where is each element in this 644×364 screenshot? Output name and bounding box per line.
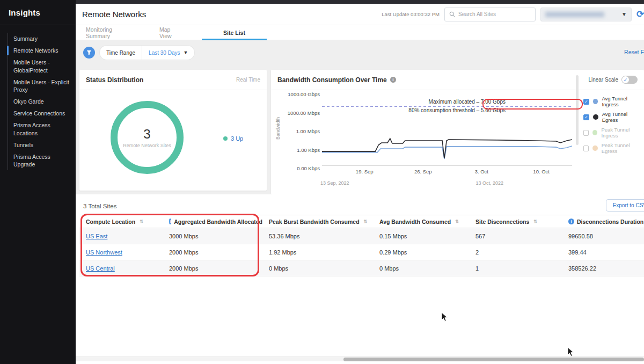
cell-peak_burst: 0 Mbps	[262, 265, 373, 272]
max-allocated-annotation: Maximum allocated – 7.00 Gbps	[429, 99, 506, 105]
legend-checkbox[interactable]	[583, 145, 589, 151]
site-search[interactable]	[444, 8, 536, 21]
y-axis-tick: 1.00 Mbps	[277, 128, 320, 134]
donut-value: 3	[143, 127, 150, 142]
sidebar-item-tunnels[interactable]: Tunnels	[8, 139, 76, 151]
x-axis-tick: 10. Oct	[533, 169, 550, 174]
info-icon[interactable]: i	[169, 219, 171, 224]
sidebar-item-service-connections[interactable]: Service Connections	[8, 107, 76, 119]
y-axis-tick: 1000.00 Mbps	[277, 110, 320, 116]
status-legend-label: 3 Up	[231, 135, 243, 142]
x-axis-tick: 3. Oct	[475, 169, 488, 174]
table-row: US Northwest2000 Mbps1.92 Mbps0.29 Mbps2…	[79, 244, 644, 260]
sidebar-item-summary[interactable]: Summary	[8, 33, 76, 45]
horizontal-scrollbar	[76, 356, 644, 361]
legend-item-peak-tunnel-ingress[interactable]: Peak Tunnel Ingress	[583, 127, 644, 139]
legend-checkbox[interactable]: ✓	[583, 99, 589, 105]
chevron-down-icon: ▼	[621, 11, 627, 17]
filter-button[interactable]	[83, 47, 95, 59]
sidebar-item-mobile-users-globalprotect[interactable]: Mobile Users - GlobalProtect	[8, 56, 76, 76]
table-row: US East3000 Mbps53.36 Mbps0.15 Mbps56799…	[79, 228, 644, 244]
legend-checkbox[interactable]: ✓	[583, 114, 589, 120]
export-csv-button[interactable]: Export to CSV	[606, 199, 644, 212]
y-axis-tick: 1.00 Kbps	[277, 147, 320, 153]
sites-table: Compute Location⇅iAggregated Bandwidth A…	[79, 215, 644, 276]
cell-aggregated_bandwidth: 2000 Mbps	[163, 265, 262, 272]
site-link[interactable]: US Northwest	[86, 249, 122, 256]
reset-filters-button[interactable]: Reset Filters	[624, 49, 644, 55]
search-icon	[449, 11, 455, 17]
legend-color-dot	[592, 130, 597, 135]
refresh-icon[interactable]: ⟳	[636, 9, 644, 20]
status-up-dot	[223, 136, 228, 141]
bandwidth-chart: Bandwidth 1000.00 Gbps1000.00 Mbps1.00 M…	[271, 90, 577, 194]
filter-bar: Time Range Last 30 Days ▼ Reset Filters	[76, 40, 644, 65]
legend-item-avg-tunnel-egress[interactable]: ✓Avg Tunnel Egress	[583, 111, 644, 123]
tab-monitoring-summary[interactable]: Monitoring Summary	[86, 25, 132, 40]
bandwidth-card: Bandwidth Consumption Over Time i Linear…	[271, 70, 644, 194]
column-header-compute-location: Compute Location⇅	[79, 219, 163, 225]
cell-disconnections: 1	[469, 265, 562, 272]
series-avg-tunnel-egress	[322, 139, 572, 158]
tab-site-list[interactable]: Site List	[202, 25, 267, 40]
account-dropdown[interactable]: ▼	[540, 8, 632, 21]
table-row: US Central2000 Mbps0 Mbps0 Mbps1358526.2…	[79, 260, 644, 276]
legend-label: Peak Tunnel Ingress	[601, 127, 644, 139]
toggle-check-icon: ✓	[622, 76, 629, 83]
horizontal-scrollbar-thumb[interactable]	[343, 358, 644, 361]
cell-duration: 99650.58	[562, 233, 644, 239]
tab-bar: Monitoring Summary Map View Site List	[76, 25, 644, 40]
cell-avg_bandwidth: 0.29 Mbps	[373, 249, 469, 256]
legend-color-dot	[592, 145, 597, 151]
page-title: Remote Networks	[82, 10, 146, 19]
y-axis-tick: 1000.00 Gbps	[277, 91, 320, 97]
sort-icon[interactable]: ⇅	[533, 219, 537, 224]
legend-label: Avg Tunnel Egress	[602, 111, 644, 123]
legend-color-dot	[593, 99, 598, 104]
site-link[interactable]: US Central	[86, 265, 115, 272]
time-range-value[interactable]: Last 30 Days	[142, 50, 183, 56]
sidebar-item-mobile-users-explicit-proxy[interactable]: Mobile Users - Explicit Proxy	[8, 76, 76, 96]
y-axis-tick: 0.00 Kbps	[277, 165, 320, 171]
chevron-down-icon[interactable]: ▼	[183, 50, 194, 55]
legend-scrollbar[interactable]	[576, 75, 579, 145]
sidebar-item-prisma-access-upgrade[interactable]: Prisma Access Upgrade	[8, 151, 76, 170]
search-input[interactable]	[458, 11, 531, 17]
chart-legend: ✓Avg Tunnel Ingress✓Avg Tunnel EgressPea…	[583, 96, 644, 154]
cell-compute_location: US Central	[79, 265, 163, 272]
cell-duration: 399.44	[562, 249, 644, 256]
cell-duration: 358526.22	[562, 265, 644, 272]
cell-disconnections: 2	[469, 249, 562, 256]
cell-peak_burst: 53.36 Mbps	[262, 233, 373, 239]
bandwidth-card-title: Bandwidth Consumption Over Time	[277, 76, 387, 84]
site-link[interactable]: US East	[86, 233, 107, 239]
cell-avg_bandwidth: 0 Mbps	[373, 265, 469, 272]
tab-map-view[interactable]: Map View	[159, 25, 183, 40]
sidebar-item-okyo-garde[interactable]: Okyo Garde	[8, 96, 76, 107]
series-avg-tunnel-ingress	[322, 146, 572, 159]
table-header-row: Compute Location⇅iAggregated Bandwidth A…	[79, 215, 644, 228]
linear-scale-toggle[interactable]: ✓	[621, 76, 638, 84]
status-legend-item[interactable]: 3 Up	[223, 135, 243, 142]
total-sites-label: 3 Total Sites	[83, 203, 116, 209]
legend-item-peak-tunnel-egress[interactable]: Peak Tunnel Egress	[583, 142, 644, 154]
time-range-filter: Time Range Last 30 Days ▼	[100, 46, 194, 60]
legend-color-dot	[593, 114, 598, 120]
info-icon[interactable]: i	[390, 77, 396, 83]
cell-compute_location: US East	[79, 233, 163, 239]
sidebar-item-prisma-access-locations[interactable]: Prisma Access Locations	[8, 119, 76, 139]
info-icon[interactable]: i	[568, 219, 574, 224]
range-start-label: 13 Sep, 2022	[320, 180, 349, 186]
filter-funnel-icon	[86, 50, 92, 55]
legend-label: Peak Tunnel Egress	[602, 142, 644, 154]
main-content: Remote Networks Last Update 03:00:32 PM …	[76, 0, 644, 364]
sidebar-title: Insights	[0, 0, 76, 25]
sort-icon[interactable]: ⇅	[364, 219, 367, 224]
sort-icon[interactable]: ⇅	[140, 219, 143, 224]
last-update-text: Last Update 03:00:32 PM	[382, 11, 440, 17]
legend-checkbox[interactable]	[583, 130, 589, 136]
legend-item-avg-tunnel-ingress[interactable]: ✓Avg Tunnel Ingress	[583, 96, 644, 107]
sidebar-item-remote-networks[interactable]: Remote Networks	[8, 45, 76, 56]
time-range-label: Time Range	[100, 46, 142, 60]
sort-icon[interactable]: ⇅	[455, 219, 458, 224]
